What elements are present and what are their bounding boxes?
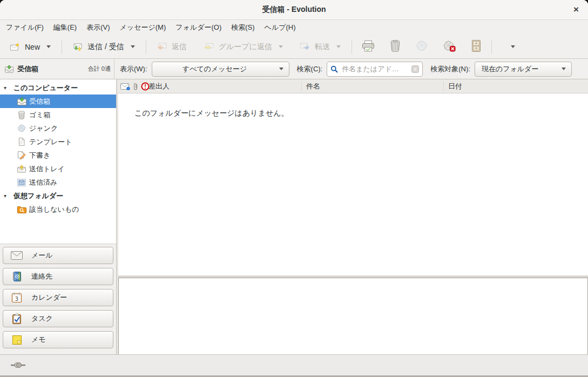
sidebar-item-templates[interactable]: テンプレート xyxy=(0,135,116,149)
toolbar-overflow-button[interactable] xyxy=(505,43,519,51)
folder-label: 下書き xyxy=(29,151,50,160)
expander-icon[interactable]: ▾ xyxy=(4,85,9,91)
forward-dropdown-arrow-icon[interactable] xyxy=(336,45,341,48)
group-label: このコンピューター xyxy=(13,83,78,93)
message-list[interactable]: このフォルダーにメッセージはありません。 xyxy=(118,93,588,275)
message-area: 差出人 件名 日付 このフォルダーにメッセージはありません。 xyxy=(118,79,588,354)
toolbar-separator xyxy=(146,40,146,54)
svg-text:3: 3 xyxy=(15,296,18,302)
expander-icon[interactable]: ▾ xyxy=(4,193,9,199)
menu-help[interactable]: ヘルプ(H) xyxy=(260,21,301,35)
send-receive-button[interactable]: 送信 / 受信 xyxy=(68,38,140,56)
search-scope-dropdown[interactable]: 現在のフォルダー xyxy=(475,62,572,77)
junk-button[interactable] xyxy=(412,38,431,56)
group-label: 仮想フォルダー xyxy=(13,191,63,201)
group-reply-button[interactable]: グループに返信 xyxy=(199,39,288,55)
sidebar-item-junk[interactable]: ジャンク xyxy=(0,122,116,135)
drafts-icon xyxy=(17,151,26,160)
menubar: ファイル(F) 編集(E) 表示(V) メッセージ(M) フォルダー(O) 検索… xyxy=(0,20,588,35)
forward-icon xyxy=(300,42,310,51)
search-input[interactable] xyxy=(341,64,409,73)
send-receive-dropdown-arrow-icon[interactable] xyxy=(131,45,135,48)
menu-view[interactable]: 表示(V) xyxy=(82,21,114,35)
sidebar-item-outbox[interactable]: 送信トレイ xyxy=(0,162,116,176)
empty-folder-message: このフォルダーにメッセージはありません。 xyxy=(134,109,289,118)
folder-label: テンプレート xyxy=(29,137,72,147)
column-subject[interactable]: 件名 xyxy=(301,82,443,91)
reply-icon xyxy=(157,42,167,51)
sidebar-item-trash[interactable]: ゴミ箱 xyxy=(0,108,116,122)
trash-icon xyxy=(17,111,26,119)
view-label: 表示(W): xyxy=(120,64,147,74)
component-switcher: メール 連絡先 3 カレンダー xyxy=(0,244,116,354)
switcher-calendar-button[interactable]: 3 カレンダー xyxy=(3,289,113,306)
mail-icon xyxy=(10,251,23,260)
outbox-icon xyxy=(17,165,26,173)
junk-icon xyxy=(416,41,428,53)
new-button[interactable]: New xyxy=(5,39,56,55)
window-title: 受信箱 - Evolution xyxy=(0,5,588,15)
menu-message[interactable]: メッセージ(M) xyxy=(115,21,171,35)
menu-folder[interactable]: フォルダー(O) xyxy=(171,21,226,35)
preview-pane[interactable] xyxy=(118,278,588,354)
switcher-label: メモ xyxy=(31,335,46,345)
search-label: 検索(C): xyxy=(297,64,323,74)
folder-label: 送信トレイ xyxy=(29,164,65,174)
search-icon[interactable] xyxy=(330,65,338,73)
folder-label: 受信箱 xyxy=(29,97,50,106)
filter-dropdown-arrow-icon xyxy=(279,68,283,70)
search-folder-icon xyxy=(17,206,26,213)
new-dropdown-arrow-icon[interactable] xyxy=(46,45,51,48)
inbox-icon xyxy=(17,97,26,105)
attachment-icon[interactable] xyxy=(133,82,138,91)
new-mail-icon xyxy=(10,42,20,52)
reply-button[interactable]: 返信 xyxy=(152,39,192,55)
folder-info-bar: 受信箱 合計 0通 表示(W): すべてのメッセージ 検索(C): 検索対象(N… xyxy=(0,59,588,79)
sidebar-item-unmatched[interactable]: 該当しないもの xyxy=(0,203,116,216)
message-filter-dropdown[interactable]: すべてのメッセージ xyxy=(152,62,289,77)
junk-icon xyxy=(17,124,26,132)
message-filter-value: すべてのメッセージ xyxy=(152,64,278,74)
sidebar-item-inbox[interactable]: 受信箱 xyxy=(0,95,116,108)
menu-search[interactable]: 検索(S) xyxy=(226,21,259,35)
read-status-icon[interactable] xyxy=(120,83,130,90)
sidebar-group-search-folders[interactable]: ▾ 仮想フォルダー xyxy=(0,189,116,203)
not-junk-icon xyxy=(443,41,456,53)
sidebar-item-sent[interactable]: 送信済み xyxy=(0,176,116,189)
menu-edit[interactable]: 編集(E) xyxy=(49,21,82,35)
template-icon xyxy=(17,138,26,146)
statusbar xyxy=(0,354,588,377)
group-reply-label: グループに返信 xyxy=(219,42,272,52)
sidebar-item-drafts[interactable]: 下書き xyxy=(0,149,116,162)
not-junk-button[interactable] xyxy=(439,38,459,56)
online-status-icon[interactable] xyxy=(11,361,25,369)
switcher-contacts-button[interactable]: 連絡先 xyxy=(3,268,113,285)
current-folder-name: 受信箱 xyxy=(17,64,38,74)
close-button[interactable]: × xyxy=(570,4,582,16)
group-reply-dropdown-arrow-icon[interactable] xyxy=(279,45,283,48)
toolbar-separator xyxy=(62,40,62,54)
column-date[interactable]: 日付 xyxy=(443,82,588,91)
archive-button[interactable] xyxy=(467,37,485,56)
clear-search-icon[interactable] xyxy=(411,65,419,73)
folder-label: 送信済み xyxy=(29,178,57,187)
tasks-icon xyxy=(10,313,23,324)
sent-icon xyxy=(17,179,26,186)
menu-file[interactable]: ファイル(F) xyxy=(1,21,49,35)
search-scope-label: 検索対象(N): xyxy=(430,64,470,74)
switcher-mail-button[interactable]: メール xyxy=(3,247,113,264)
switcher-label: 連絡先 xyxy=(31,272,52,281)
folder-message-count: 合計 0通 xyxy=(88,65,111,73)
sidebar-group-this-computer[interactable]: ▾ このコンピューター xyxy=(0,81,116,95)
search-box xyxy=(327,62,423,77)
print-button[interactable] xyxy=(358,38,379,56)
delete-button[interactable] xyxy=(386,37,404,56)
overflow-arrow-icon xyxy=(511,45,515,48)
forward-button[interactable]: 転送 xyxy=(295,39,346,55)
titlebar: 受信箱 - Evolution × xyxy=(0,0,588,20)
column-from[interactable]: 差出人 xyxy=(148,82,301,91)
switcher-tasks-button[interactable]: タスク xyxy=(3,310,113,327)
folder-label: ジャンク xyxy=(29,124,58,133)
switcher-memos-button[interactable]: メモ xyxy=(3,331,113,348)
scope-dropdown-arrow-icon xyxy=(562,68,566,70)
